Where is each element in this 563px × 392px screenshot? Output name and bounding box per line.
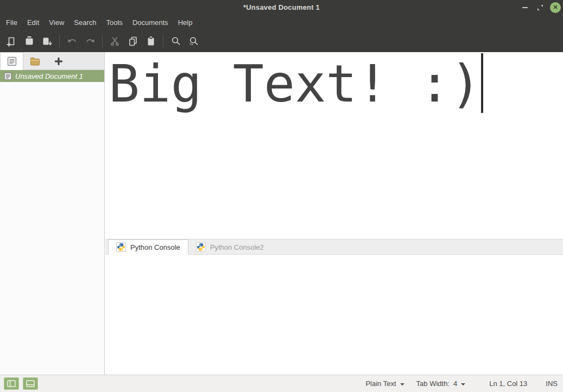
- copy-button[interactable]: [124, 33, 142, 50]
- paste-icon: [146, 36, 156, 47]
- python-icon-badge: [196, 242, 206, 252]
- app-window: *Unsaved Document 1 ✕ File Edit Vi: [0, 0, 563, 392]
- window-title: *Unsaved Document 1: [243, 3, 320, 11]
- cursor-position-indicator: Ln 1, Col 13: [489, 380, 527, 388]
- documents-list-icon: [7, 56, 17, 66]
- menu-file[interactable]: File: [1, 16, 22, 29]
- chevron-down-icon: [461, 383, 465, 385]
- side-panel-layout-icon: [7, 380, 16, 387]
- side-tab-documents[interactable]: [0, 52, 23, 70]
- close-glyph: ✕: [553, 4, 558, 10]
- find-icon: [170, 36, 181, 47]
- find-replace-button[interactable]: [185, 33, 203, 50]
- bottom-panel: Python Console Python Console2: [105, 239, 563, 375]
- cursor-position-label: Ln 1, Col 13: [489, 380, 527, 388]
- save-document-button[interactable]: [38, 33, 56, 50]
- document-list-item[interactable]: Unsaved Document 1: [0, 70, 104, 82]
- input-mode-indicator[interactable]: INS: [546, 380, 558, 388]
- menu-view[interactable]: View: [44, 16, 69, 29]
- undo-icon: [66, 36, 78, 47]
- menubar: File Edit View Search Tools Documents He…: [0, 15, 563, 30]
- toolbar-separator: [59, 35, 60, 48]
- text-editor-area[interactable]: Big Text! :) Python Console: [105, 52, 563, 375]
- toggle-bottom-panel-button[interactable]: [23, 377, 38, 390]
- side-panel-tabstrip: [0, 52, 104, 70]
- statusbar-left: [0, 377, 38, 390]
- maximize-icon: [537, 4, 543, 11]
- minimize-icon: [522, 7, 528, 8]
- folder-icon: [30, 57, 40, 66]
- open-document-button[interactable]: [20, 33, 38, 50]
- bottom-panel-tabstrip: Python Console Python Console2: [105, 239, 563, 255]
- document-icon: [4, 72, 12, 80]
- python-icon-badge: [116, 242, 126, 252]
- side-tab-add-view[interactable]: [47, 52, 70, 70]
- side-tab-file-browser[interactable]: [23, 52, 47, 70]
- copy-icon: [128, 36, 138, 47]
- bottom-panel-layout-icon: [26, 380, 35, 387]
- python-icon: [197, 243, 205, 251]
- cut-button[interactable]: [106, 33, 124, 50]
- side-panel: Unsaved Document 1: [0, 52, 105, 375]
- plus-icon: [55, 58, 62, 65]
- language-label: Plain Text: [365, 380, 396, 388]
- cut-icon: [110, 36, 121, 47]
- statusbar-right: Plain Text Tab Width: 4 Ln 1, Col 13 INS: [365, 380, 563, 388]
- language-selector[interactable]: Plain Text: [365, 380, 404, 388]
- redo-button[interactable]: [81, 33, 99, 50]
- editor-text: Big Text! :): [109, 54, 481, 113]
- paste-button[interactable]: [142, 33, 160, 50]
- menu-search[interactable]: Search: [69, 16, 101, 29]
- open-document-icon: [24, 36, 35, 47]
- toolbar-separator: [102, 35, 103, 48]
- redo-icon: [84, 36, 96, 47]
- header-background: *Unsaved Document 1 ✕ File Edit Vi: [0, 0, 563, 52]
- save-document-icon: [41, 36, 53, 47]
- new-document-icon: [6, 36, 17, 47]
- tab-python-console[interactable]: Python Console: [108, 239, 188, 255]
- close-button[interactable]: ✕: [548, 0, 563, 15]
- undo-button[interactable]: [63, 33, 81, 50]
- chevron-down-icon: [400, 383, 404, 385]
- find-button[interactable]: [167, 33, 185, 50]
- tab-label: Python Console2: [210, 243, 264, 251]
- document-list-item-label: Unsaved Document 1: [15, 72, 83, 80]
- tab-python-console2[interactable]: Python Console2: [188, 239, 271, 255]
- toolbar: [0, 30, 563, 52]
- text-cursor: [481, 53, 483, 113]
- menu-edit[interactable]: Edit: [22, 16, 44, 29]
- toolbar-separator: [163, 35, 163, 48]
- tab-label: Python Console: [130, 243, 180, 251]
- tab-width-label: Tab Width:: [416, 380, 450, 388]
- toggle-side-panel-button[interactable]: [4, 377, 19, 390]
- minimize-button[interactable]: [517, 0, 533, 15]
- editor-text-line: Big Text! :): [109, 53, 483, 114]
- window-controls: ✕: [517, 0, 563, 15]
- tab-width-selector[interactable]: Tab Width: 4: [416, 380, 466, 388]
- menu-help[interactable]: Help: [173, 16, 198, 29]
- maximize-button[interactable]: [533, 0, 548, 15]
- statusbar: Plain Text Tab Width: 4 Ln 1, Col 13 INS: [0, 375, 563, 392]
- titlebar[interactable]: *Unsaved Document 1 ✕: [0, 0, 563, 15]
- new-document-button[interactable]: [2, 33, 20, 50]
- input-mode-label: INS: [546, 380, 558, 388]
- menu-tools[interactable]: Tools: [102, 16, 128, 29]
- close-icon: ✕: [550, 2, 561, 13]
- tab-width-value: 4: [453, 380, 457, 388]
- python-icon: [117, 243, 125, 251]
- menu-documents[interactable]: Documents: [128, 16, 173, 29]
- find-replace-icon: [188, 36, 199, 47]
